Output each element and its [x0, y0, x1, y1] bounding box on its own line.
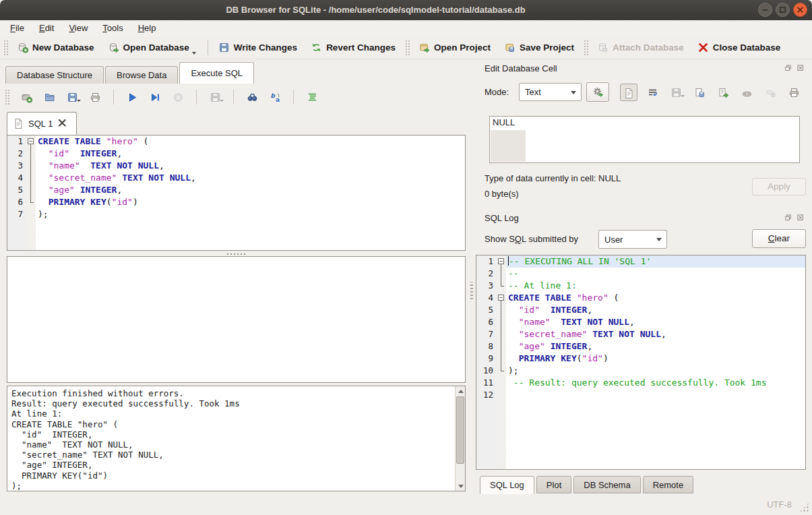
code-line: 5 "age" INTEGER, — [7, 184, 465, 196]
messages-pane: Execution finished without errors.Result… — [7, 386, 466, 491]
bottom-tab-plot[interactable]: Plot — [536, 476, 571, 493]
window-title: DB Browser for SQLite - /home/user/code/… — [0, 0, 751, 20]
main-area: Database StructureBrowse DataExecute SQL… — [0, 59, 812, 494]
line-number: 3 — [7, 160, 26, 172]
open-database-button[interactable]: Open Database — [102, 38, 204, 57]
open-sql-new-tab-icon[interactable] — [18, 88, 35, 106]
main-toolbar: New DatabaseOpen DatabaseWrite ChangesRe… — [0, 36, 812, 59]
find-icon[interactable] — [243, 88, 261, 106]
close-panel-icon[interactable] — [796, 63, 805, 73]
revert-changes-button[interactable]: Revert Changes — [305, 38, 403, 57]
message-line: "secret_name" TEXT NOT NULL, — [11, 450, 451, 460]
encoding-indicator: UTF-8 — [767, 499, 792, 510]
sql-log-dock-header: SQL Log — [485, 212, 807, 225]
sql-file-tab[interactable]: SQL 1 — [7, 112, 77, 135]
link-data-icon[interactable] — [738, 84, 755, 101]
open-sql-file-icon[interactable] — [40, 88, 58, 106]
bottom-tab-db-schema[interactable]: DB Schema — [573, 476, 640, 493]
bottom-tab-sql-log[interactable]: SQL Log — [480, 476, 534, 495]
word-wrap-icon[interactable] — [644, 84, 661, 101]
save-project-button[interactable]: Save Project — [498, 38, 582, 57]
line-number: 5 — [7, 184, 26, 196]
write-changes-button[interactable]: Write Changes — [212, 38, 305, 57]
messages-scrollbar[interactable] — [455, 386, 465, 491]
log-filter-select[interactable]: User — [598, 230, 667, 249]
print-icon[interactable] — [86, 88, 104, 106]
code-line: 2 "id" INTEGER, — [7, 148, 465, 160]
execute-current-line-icon[interactable] — [146, 88, 164, 106]
format-sql-icon[interactable] — [303, 88, 321, 106]
code-line: 4 "secret_name" TEXT NOT NULL, — [7, 172, 465, 184]
scrollbar-thumb[interactable] — [456, 396, 464, 464]
editor-results-splitter[interactable] — [7, 251, 466, 256]
message-line: "age" INTEGER, — [11, 460, 451, 470]
menu-edit[interactable]: Edit — [32, 20, 61, 36]
fold-marker[interactable] — [26, 135, 36, 148]
close-panel-icon[interactable] — [796, 213, 805, 222]
resize-grip[interactable] — [799, 502, 809, 512]
mode-select[interactable]: Text — [519, 83, 582, 101]
float-panel-icon[interactable] — [784, 63, 793, 73]
new-database-button[interactable]: New Database — [11, 38, 102, 57]
dropdown-arrow-icon[interactable] — [192, 52, 196, 55]
revert-changes-icon — [311, 42, 322, 53]
menu-view[interactable]: View — [61, 20, 95, 36]
execute-all-icon[interactable] — [123, 88, 141, 106]
close-icon[interactable] — [793, 3, 807, 17]
find-replace-icon[interactable]: ba — [266, 88, 284, 106]
code-line: 5 "id" INTEGER, — [476, 304, 805, 316]
mode-label: Mode: — [485, 82, 509, 102]
toolbar-grip[interactable] — [584, 40, 588, 55]
message-line: At line 1: — [11, 408, 451, 419]
main-splitter[interactable] — [470, 282, 473, 299]
code-text: ); — [36, 208, 465, 220]
cell-type-info: Type of data currently in cell: NULL — [485, 173, 621, 183]
close-database-button[interactable]: Close Database — [691, 38, 788, 57]
menu-help[interactable]: Help — [131, 20, 164, 36]
open-project-button[interactable]: Open Project — [412, 38, 498, 57]
menu-file[interactable]: File — [3, 20, 32, 36]
app-window: DB Browser for SQLite - /home/user/code/… — [0, 0, 812, 515]
message-line: ); — [11, 481, 451, 491]
clear-button[interactable]: Clear — [752, 229, 806, 248]
text-document-icon[interactable] — [620, 84, 637, 101]
line-number: 4 — [7, 172, 26, 184]
tab-database-structure[interactable]: Database Structure — [5, 66, 104, 84]
toolbar-grip[interactable] — [4, 40, 8, 55]
save-sql-file-icon[interactable] — [63, 88, 81, 106]
fold-marker — [497, 377, 506, 389]
line-number: 12 — [476, 389, 497, 401]
code-line: 12 — [476, 389, 805, 401]
code-text: ); — [506, 365, 805, 377]
scroll-down-icon[interactable] — [456, 481, 466, 491]
fold-marker[interactable] — [497, 255, 506, 268]
menu-tools[interactable]: Tools — [95, 20, 130, 36]
titlebar[interactable]: DB Browser for SQLite - /home/user/code/… — [0, 0, 812, 20]
fold-marker — [26, 160, 36, 172]
cell-value-editor[interactable]: NULL — [489, 116, 800, 163]
toolbar-grip[interactable] — [406, 40, 410, 55]
close-tab-icon[interactable] — [57, 117, 68, 131]
sql-log-view[interactable]: 1-- EXECUTING ALL IN 'SQL 1'2--3-- At li… — [476, 255, 806, 470]
tab-browse-data[interactable]: Browse Data — [105, 66, 178, 84]
export-data-icon[interactable] — [714, 84, 732, 101]
print-icon[interactable] — [785, 84, 803, 101]
maximize-icon[interactable] — [776, 3, 790, 17]
minimize-icon[interactable] — [758, 3, 772, 17]
float-panel-icon[interactable] — [784, 213, 793, 222]
import-data-icon[interactable] — [691, 84, 708, 101]
message-line: "name" TEXT NOT NULL, — [11, 440, 451, 450]
toolbar-separator — [113, 90, 114, 104]
toolbar-grip[interactable] — [5, 90, 9, 104]
code-text: "id" INTEGER, — [36, 148, 465, 160]
code-line: 7 "secret_name" TEXT NOT NULL, — [476, 328, 805, 340]
code-line: 3-- At line 1: — [476, 280, 805, 292]
fold-marker[interactable] — [497, 292, 506, 304]
tab-execute-sql[interactable]: Execute SQL — [179, 62, 254, 84]
code-text: -- EXECUTING ALL IN 'SQL 1' — [506, 255, 805, 268]
cell-editor-icon-bar — [620, 83, 803, 102]
scroll-up-icon[interactable] — [456, 386, 466, 396]
bottom-tab-remote[interactable]: Remote — [643, 476, 694, 493]
gear-apply-icon[interactable] — [586, 82, 609, 102]
sql-editor[interactable]: 1CREATE TABLE "hero" (2 "id" INTEGER,3 "… — [7, 135, 466, 251]
